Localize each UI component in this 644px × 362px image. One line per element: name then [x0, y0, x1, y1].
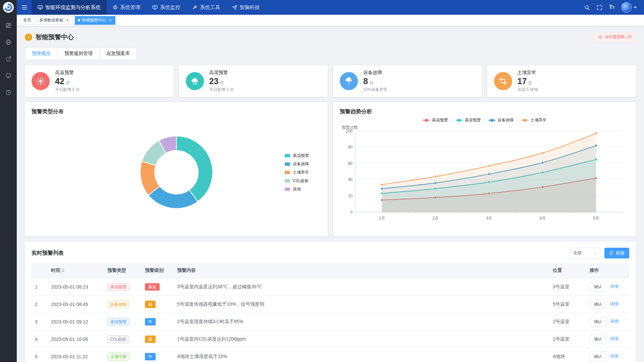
confirm-button[interactable]: 确认 — [590, 282, 606, 292]
confirm-button[interactable]: 确认 — [590, 317, 606, 326]
legend-label: CO₂超标 — [293, 178, 309, 184]
chart-title: 预警趋势分析 — [340, 108, 629, 115]
list-header: 实时预警列表 全部 刷新 — [32, 248, 629, 258]
svg-text:5月: 5月 — [593, 216, 599, 221]
table-row: 32023-05-01 09:12高湿预警中2号温室湿度持续3小时高于85%2号… — [32, 313, 629, 330]
detail-link[interactable]: 详情 — [610, 336, 619, 341]
legend-item[interactable]: 高湿预警 — [455, 117, 481, 123]
cell-location: A地块 — [549, 348, 586, 362]
external-link-icon[interactable] — [5, 56, 11, 62]
cell-level: 中 — [142, 348, 174, 362]
alert-count-badge: 当前预警数: 15 — [594, 32, 636, 42]
sun-icon — [32, 72, 50, 90]
cell-actions: 确认详情 — [586, 278, 629, 296]
svg-text:2月: 2月 — [432, 216, 439, 221]
legend-item[interactable]: 高温预警 — [423, 117, 448, 123]
column-actions: 操作 — [586, 263, 629, 278]
tools-icon — [192, 5, 198, 10]
board-icon[interactable] — [5, 73, 11, 79]
level-badge: 紧急 — [145, 283, 160, 291]
tag-home[interactable]: 首页 — [20, 16, 34, 25]
stats-row: 高温预警 42次 今日新增 5 次 高湿预警 23次 — [25, 65, 636, 97]
detail-link[interactable]: 详情 — [610, 301, 619, 306]
confirm-button[interactable]: 确认 — [590, 334, 606, 344]
font-size-icon[interactable]: TT — [609, 5, 614, 10]
fullscreen-icon[interactable] — [597, 5, 602, 10]
tag-label: 智能预警中心 — [82, 17, 106, 23]
detail-link[interactable]: 详情 — [610, 284, 619, 289]
nav-item-system-monitor[interactable]: 系统监控 — [146, 0, 186, 15]
column-time-sortable[interactable]: 时间 — [48, 263, 104, 278]
legend-swatch — [285, 154, 290, 157]
warning-icon: ! — [25, 34, 32, 41]
detail-link[interactable]: 详情 — [610, 354, 619, 359]
level-badge: 中 — [145, 353, 156, 360]
search-icon[interactable] — [584, 5, 590, 10]
sidebar-icon-list — [5, 22, 11, 96]
stat-subtitle: 涉及 5 块地 — [518, 87, 538, 93]
panel-icon[interactable] — [5, 22, 11, 28]
cell-actions: 确认详情 — [586, 330, 629, 348]
globe-icon[interactable] — [5, 39, 11, 45]
nav-item-label: 系统工具 — [200, 4, 220, 11]
cell-type: 高温预警 — [104, 278, 142, 296]
nav-item-label: 系统管理 — [120, 4, 140, 11]
stat-card-device-fault: 设备故障 8台 12%设备异常 — [333, 65, 482, 97]
filter-select[interactable]: 全部 — [570, 248, 600, 258]
sidebar — [0, 0, 17, 362]
nav-item-brand[interactable]: 智脑科技 — [226, 0, 266, 15]
cell-location: 5号温室 — [549, 296, 586, 313]
cell-level: 中 — [142, 313, 174, 330]
tag-warning-center[interactable]: 智能预警中心 × — [75, 16, 115, 25]
menu-fold-icon[interactable] — [17, 4, 32, 10]
tab-plans[interactable]: 应急预案库 — [99, 47, 137, 60]
gear-icon: ⚙ — [113, 5, 118, 10]
svg-text:0: 0 — [350, 210, 353, 215]
monitor-icon — [152, 5, 158, 10]
nav-menu: 智能环境监测与分析系统 ⚙ 系统管理 系统监控 — [32, 0, 266, 15]
table-row: 52023-05-01 11:22土壤干旱中A地块土壤湿度低于15%A地块确认详… — [32, 348, 629, 362]
refresh-button[interactable]: 刷新 — [604, 248, 629, 258]
legend-item[interactable]: 其他 — [285, 186, 309, 192]
avatar[interactable] — [621, 2, 637, 13]
confirm-button[interactable]: 确认 — [590, 299, 606, 309]
nav-item-system-admin[interactable]: ⚙ 系统管理 — [107, 0, 146, 15]
type-tag: 设备故障 — [107, 300, 129, 308]
stat-value: 17 — [518, 76, 527, 86]
table-row: 22023-05-01 08:45设备故障高5号湿度传感器电量低于10%，信号强… — [32, 296, 629, 313]
cell-time: 2023-05-01 08:23 — [48, 278, 104, 296]
nav-item-system-tools[interactable]: 系统工具 — [186, 0, 226, 15]
tag-multidim-dashboard[interactable]: 多维数据看板 × — [36, 16, 73, 25]
cell-location: 1号温室 — [549, 330, 586, 348]
cell-content: 5号湿度传感器电量低于10%，信号强度弱 — [174, 296, 549, 313]
close-icon[interactable]: × — [108, 18, 112, 23]
svg-text:预警次数: 预警次数 — [342, 125, 358, 130]
help-icon[interactable] — [5, 89, 11, 96]
cell-actions: 确认详情 — [586, 348, 629, 362]
close-icon[interactable]: × — [65, 18, 70, 23]
legend-item[interactable]: 土壤异常 — [285, 170, 309, 175]
level-badge: 高 — [145, 301, 156, 308]
cell-time: 2023-05-01 11:22 — [48, 348, 104, 362]
tab-rules[interactable]: 预警规则管理 — [57, 47, 100, 60]
send-icon — [232, 5, 237, 10]
sort-caret-icon[interactable] — [62, 268, 64, 273]
stat-subtitle: 今日新增 3 次 — [209, 87, 234, 93]
legend-item[interactable]: 设备故障 — [285, 161, 309, 167]
legend-item[interactable]: 设备故障 — [488, 117, 514, 123]
stat-unit: 次 — [220, 80, 224, 85]
stat-title: 设备故障 — [363, 70, 387, 76]
tab-overview[interactable]: 预警概览 — [25, 47, 58, 60]
legend-item[interactable]: CO₂超标 — [285, 178, 309, 184]
legend-item[interactable]: 高温预警 — [285, 153, 309, 159]
cell-level: 高 — [142, 330, 174, 348]
confirm-button[interactable]: 确认 — [590, 352, 606, 361]
nav-item-system-home[interactable]: 智能环境监测与分析系统 — [32, 0, 107, 15]
legend-label: 设备故障 — [498, 117, 514, 123]
tag-label: 首页 — [23, 17, 31, 23]
data-screen-icon — [38, 5, 43, 10]
legend-item[interactable]: 土壤异常 — [521, 117, 547, 123]
tabs-bar: 预警概览 预警规则管理 应急预案库 — [25, 47, 636, 60]
type-tag: 高湿预警 — [107, 318, 129, 326]
detail-link[interactable]: 详情 — [610, 319, 619, 324]
